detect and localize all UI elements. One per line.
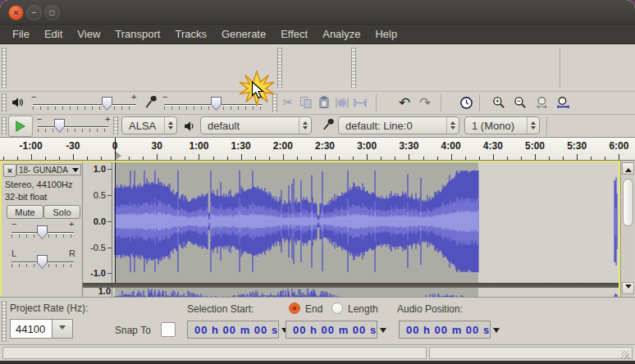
length-radio[interactable] — [331, 303, 343, 314]
transport-toolbar-grip[interactable] — [2, 48, 7, 88]
trim-audio-button[interactable] — [333, 93, 351, 111]
play-at-speed-button[interactable] — [8, 116, 33, 137]
snap-to-checkbox[interactable] — [161, 322, 176, 337]
end-label: End — [305, 303, 322, 315]
audio-position-time-field[interactable]: 00 h 00 m 00 s — [399, 321, 491, 339]
status-bar — [0, 344, 635, 361]
menu-transport[interactable]: Transport — [107, 25, 167, 43]
fit-project-button[interactable] — [554, 93, 572, 111]
audio-host-value: ALSA — [129, 120, 161, 132]
minimize-window-button[interactable]: − — [26, 5, 42, 20]
speed-toolbar-grip[interactable] — [2, 116, 7, 135]
title-bar[interactable]: ✕ − ▢ — [0, 0, 635, 25]
menu-edit[interactable]: Edit — [37, 25, 70, 43]
chevron-down-icon — [380, 328, 386, 336]
copy-button[interactable] — [297, 93, 315, 111]
sync-clock-icon — [459, 96, 473, 110]
ruler-tick — [395, 157, 395, 160]
silence-audio-button[interactable] — [351, 93, 369, 111]
chevron-down-icon — [493, 328, 500, 336]
timeline-ruler[interactable]: -1:00-300301:001:302:002:303:003:304:004… — [0, 137, 635, 161]
vertical-ruler[interactable]: 1.00.50.0-0.5-1.0 — [83, 162, 112, 297]
zoom-in-button[interactable] — [490, 93, 508, 111]
scroll-up-button[interactable] — [622, 162, 634, 175]
fit-selection-button[interactable] — [533, 93, 551, 111]
selection-start-time-field[interactable]: 00 h 00 m 00 s — [187, 321, 279, 339]
zoom-in-icon — [492, 96, 506, 110]
close-icon: × — [7, 166, 12, 175]
menu-view[interactable]: View — [70, 25, 107, 43]
toolbar-row-1: I ✎ ↔ ✳ L R -24 0 L R -24 0 — [0, 44, 635, 91]
scrollbar-thumb[interactable] — [623, 179, 633, 226]
vruler-label: 0.5 — [94, 190, 106, 200]
vruler-tick — [107, 169, 112, 170]
maximize-window-button[interactable]: ▢ — [44, 5, 60, 20]
playback-device-select[interactable]: default — [200, 116, 312, 134]
menu-analyze[interactable]: Analyze — [315, 25, 368, 43]
ruler-label: 1:30 — [231, 140, 251, 152]
tools-toolbar-grip[interactable] — [277, 48, 282, 88]
output-volume-slider[interactable] — [33, 104, 136, 105]
menu-tracks[interactable]: Tracks — [167, 25, 214, 43]
ruler-tick — [605, 157, 605, 160]
track-name-menu[interactable]: 18- GUNADA — [16, 164, 81, 175]
vertical-scrollbar[interactable] — [620, 161, 634, 297]
scroll-down-button[interactable] — [622, 282, 634, 294]
project-rate-dropdown-button[interactable] — [52, 319, 73, 339]
menu-generate[interactable]: Generate — [214, 25, 273, 43]
ruler-label: 3:00 — [357, 140, 377, 152]
waveform-area-channel2[interactable] — [112, 288, 619, 297]
toolbar-separator — [441, 94, 441, 111]
redo-button[interactable]: ↷ — [416, 93, 434, 111]
end-radio[interactable] — [289, 303, 300, 314]
spinner-icon — [299, 117, 311, 134]
device-toolbar-grip[interactable] — [113, 116, 118, 135]
ruler-tick — [591, 157, 592, 160]
close-window-button[interactable]: ✕ — [8, 5, 24, 20]
paste-button[interactable] — [315, 93, 333, 111]
sync-lock-button[interactable] — [457, 93, 475, 111]
spinner-icon — [527, 117, 539, 134]
mixer-toolbar-grip[interactable] — [2, 93, 7, 112]
selection-end-time-field[interactable]: 00 h 00 m 00 s — [286, 321, 377, 339]
zoom-out-button[interactable] — [511, 93, 529, 111]
recording-channels-value: 1 (Mono) — [472, 120, 523, 132]
play-speed-ticks — [38, 129, 108, 132]
menu-bar: FileEditViewTransportTracksGenerateEffec… — [0, 25, 635, 44]
fit-selection-icon — [536, 96, 550, 110]
undo-button[interactable]: ↶ — [395, 93, 413, 111]
track-close-button[interactable]: × — [3, 164, 16, 177]
project-rate-select[interactable]: 44100 — [10, 319, 53, 339]
output-minus-label: − — [31, 92, 36, 102]
solo-button[interactable]: Solo — [43, 205, 80, 219]
ruler-label: 4:00 — [441, 140, 461, 152]
recording-device-value: default: Line:0 — [345, 120, 443, 132]
ruler-tick — [283, 154, 284, 160]
window-bottom-edge — [0, 361, 635, 364]
ruler-tick — [535, 154, 536, 160]
ruler-tick — [409, 154, 409, 160]
minimize-icon: − — [32, 9, 37, 17]
recording-channels-select[interactable]: 1 (Mono) — [464, 116, 540, 134]
cut-button[interactable]: ✂ — [279, 93, 297, 111]
input-minus-label: − — [162, 92, 167, 102]
length-label: Length — [348, 303, 378, 315]
menu-effect[interactable]: Effect — [273, 25, 315, 43]
menu-file[interactable]: File — [5, 25, 37, 43]
resize-grip[interactable] — [621, 351, 629, 358]
waveform-area-channel1[interactable] — [112, 162, 619, 283]
recording-device-select[interactable]: default: Line:0 — [338, 116, 459, 134]
audio-host-select[interactable]: ALSA — [121, 116, 177, 134]
selection-toolbar-grip[interactable] — [2, 301, 7, 342]
ruler-tick — [325, 154, 326, 160]
play-speed-slider[interactable] — [38, 126, 108, 127]
status-secondary-area — [429, 347, 633, 359]
vruler-label: -0.5 — [90, 243, 106, 253]
meter-toolbar-grip[interactable] — [351, 48, 356, 88]
ruler-tick — [87, 157, 88, 160]
menu-help[interactable]: Help — [368, 25, 404, 43]
mute-button[interactable]: Mute — [7, 205, 43, 219]
ruler-tick — [577, 154, 578, 160]
ruler-tick — [171, 157, 171, 160]
edit-toolbar-grip[interactable] — [272, 93, 277, 112]
